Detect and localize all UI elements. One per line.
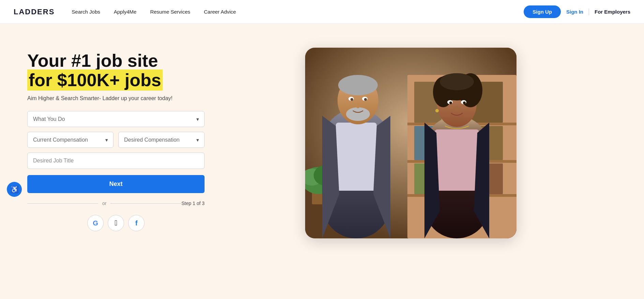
form-or-divider: or: [27, 201, 181, 206]
google-icon: G: [93, 219, 98, 227]
logo: LADDERS: [14, 7, 55, 16]
hero-left: Your #1 job site for $100K+ jobs Aim Hig…: [27, 44, 205, 231]
what-you-do-select[interactable]: What You Do: [27, 111, 205, 127]
hero-subtext: Aim Higher & Search Smarter- Ladder up y…: [27, 95, 205, 101]
svg-point-26: [356, 103, 360, 108]
for-employers-link[interactable]: For Employers: [595, 9, 630, 15]
nav-resume-services[interactable]: Resume Services: [150, 9, 190, 15]
what-you-do-wrapper: What You Do ▼: [27, 111, 205, 127]
hero-illustration: [305, 48, 516, 238]
svg-point-25: [364, 98, 367, 101]
apple-icon: : [115, 219, 117, 227]
desired-compensation-select[interactable]: Desired Compensation: [118, 132, 205, 148]
form-footer: or Step 1 of 3: [27, 201, 205, 206]
navigation: LADDERS Search Jobs Apply4Me Resume Serv…: [0, 0, 644, 24]
google-login-button[interactable]: G: [87, 215, 104, 231]
signup-button[interactable]: Sign Up: [524, 5, 561, 18]
svg-point-33: [440, 73, 474, 90]
svg-point-39: [435, 109, 439, 112]
current-compensation-select[interactable]: Current Compensation: [27, 132, 114, 148]
svg-point-24: [350, 98, 353, 101]
nav-divider: [589, 9, 589, 15]
or-text: or: [102, 201, 106, 206]
hero-section: Your #1 job site for $100K+ jobs Aim Hig…: [0, 24, 644, 299]
hero-image-area: [205, 44, 617, 238]
desired-comp-wrapper: Desired Compensation ▼: [118, 132, 205, 148]
nav-search-jobs[interactable]: Search Jobs: [72, 9, 100, 15]
nav-apply4me[interactable]: Apply4Me: [114, 9, 137, 15]
svg-rect-18: [336, 123, 377, 191]
svg-rect-28: [435, 129, 479, 191]
social-login-buttons: G  f: [27, 215, 205, 231]
facebook-login-button[interactable]: f: [128, 215, 145, 231]
step-indicator: Step 1 of 3: [181, 201, 205, 206]
or-line-left: [27, 203, 98, 204]
signup-form: What You Do ▼ Current Compensation ▼ Des…: [27, 111, 205, 231]
next-button[interactable]: Next: [27, 175, 205, 193]
hero-headline: Your #1 job site for $100K+ jobs: [27, 51, 205, 90]
nav-links: Search Jobs Apply4Me Resume Services Car…: [72, 9, 524, 15]
nav-right: Sign Up Sign In For Employers: [524, 5, 630, 18]
desired-job-title-input[interactable]: [27, 153, 205, 169]
nav-career-advice[interactable]: Career Advice: [204, 9, 236, 15]
headline-line2-highlight: for $100K+ jobs: [27, 69, 163, 91]
current-comp-wrapper: Current Compensation ▼: [27, 132, 114, 148]
signin-button[interactable]: Sign In: [566, 9, 583, 15]
or-line-right: [110, 203, 181, 204]
compensation-row: Current Compensation ▼ Desired Compensat…: [27, 132, 205, 148]
apple-login-button[interactable]: : [108, 215, 124, 231]
svg-point-21: [346, 107, 370, 121]
svg-point-37: [463, 101, 466, 104]
accessibility-button[interactable]: ♿: [7, 182, 22, 197]
facebook-icon: f: [135, 219, 138, 227]
svg-point-38: [455, 106, 459, 111]
accessibility-icon: ♿: [10, 185, 19, 193]
svg-point-36: [449, 101, 452, 104]
headline-line1: Your #1 job site: [27, 51, 158, 70]
hero-image-card: [305, 48, 516, 238]
svg-point-20: [338, 75, 378, 95]
